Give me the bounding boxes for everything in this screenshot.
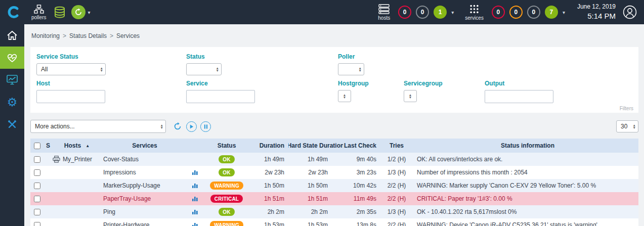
poller-select[interactable]: ▲▼ [338, 63, 364, 75]
select-arrows-icon: ▲▼ [409, 94, 412, 99]
service-link[interactable]: Printer-Hardware [103, 221, 149, 226]
services-ok-counter[interactable]: 7 [545, 6, 558, 19]
pollers-icon [34, 5, 44, 14]
pollers-menu[interactable]: pollers [31, 5, 46, 20]
services-unknown-counter[interactable]: 0 [527, 6, 540, 19]
host-input[interactable] [36, 90, 105, 103]
col-header-status[interactable]: Status [201, 142, 252, 149]
services-warning-counter[interactable]: 0 [509, 6, 523, 19]
actions-toolbar: More actions... ▲▼ 30 [30, 120, 638, 133]
service-link[interactable]: Ping [103, 208, 115, 215]
hostgroup-select[interactable]: ▲▼ [338, 90, 351, 102]
service-link[interactable]: Impressions [103, 169, 136, 176]
select-all-checkbox[interactable] [34, 143, 40, 149]
row-checkbox[interactable] [34, 196, 40, 202]
tools-icon [7, 119, 17, 129]
row-checkbox[interactable] [34, 156, 40, 163]
pollers-label: pollers [31, 15, 46, 20]
page-size-value: 30 [621, 123, 627, 130]
col-header-services[interactable]: Services [101, 142, 188, 149]
pollers-chevron-down-icon[interactable]: ▾ [88, 10, 90, 15]
refresh-controls [172, 121, 211, 132]
host-label: Host [36, 80, 186, 87]
sidebar: ⚙ [0, 24, 24, 226]
user-menu[interactable] [623, 5, 637, 19]
breadcrumb-monitoring[interactable]: Monitoring [31, 32, 60, 39]
hosts-ok-counter[interactable]: 1 [434, 6, 447, 19]
col-header-tries[interactable]: Tries [380, 142, 413, 149]
service-link[interactable]: Cover-Status [103, 156, 139, 163]
service-status-select[interactable]: All ▲▼ [36, 63, 106, 75]
services-menu[interactable]: services [465, 4, 484, 21]
col-header-hard-state-duration[interactable]: Hard State Duration [288, 142, 343, 149]
hard-state-duration-cell: 1h 50m [288, 182, 343, 189]
page-size-select[interactable]: 30 ▲▼ [616, 120, 638, 132]
hard-state-duration-cell: 2w 23h [288, 169, 343, 176]
last-check-cell: 10m 42s [343, 182, 380, 189]
breadcrumb-services[interactable]: Services [116, 32, 140, 39]
sidebar-item-monitoring[interactable] [0, 47, 24, 69]
gear-icon: ⚙ [7, 97, 18, 108]
col-header-last-check[interactable]: Last Check [343, 142, 380, 149]
status-label: Status [186, 53, 338, 60]
row-checkbox[interactable] [34, 222, 40, 226]
col-header-duration[interactable]: Duration [252, 142, 288, 149]
graph-icon[interactable] [192, 183, 198, 189]
play-icon [189, 124, 194, 129]
services-critical-counter[interactable]: 0 [492, 6, 505, 19]
table-header-row: S Hosts▲ Services Status Duration Hard S… [30, 139, 638, 153]
row-checkbox[interactable] [34, 183, 40, 189]
refresh-button[interactable] [172, 121, 183, 132]
service-input[interactable] [186, 90, 255, 103]
more-actions-select[interactable]: More actions... ▲▼ [30, 120, 166, 133]
servicegroup-select[interactable]: ▲▼ [404, 90, 417, 102]
table-row[interactable]: My_Printer Cover-Status OK 1h 49m 1h 49m… [30, 153, 638, 166]
centreon-logo[interactable] [5, 5, 22, 20]
breadcrumb-status-details[interactable]: Status Details [69, 32, 107, 39]
status-badge: CRITICAL [210, 195, 243, 203]
col-header-hosts[interactable]: Hosts▲ [53, 142, 101, 149]
hosts-unknown-counter[interactable]: 0 [416, 6, 429, 19]
services-label: services [465, 15, 484, 21]
duration-cell: 1h 51m [252, 195, 288, 202]
table-row[interactable]: Printer-Hardware WARNING 1h 53m 1h 53m 1… [30, 218, 638, 226]
col-header-severity[interactable]: S [44, 142, 53, 149]
graph-icon[interactable] [192, 209, 198, 215]
table-row[interactable]: MarkerSupply-Usage WARNING 1h 50m 1h 50m… [30, 179, 638, 192]
service-link[interactable]: PaperTray-Usage [103, 195, 151, 202]
last-check-cell: 11m 49s [343, 195, 380, 202]
output-input[interactable] [485, 90, 553, 103]
hosts-critical-counter[interactable]: 0 [398, 6, 411, 19]
host-link[interactable]: My_Printer [63, 156, 92, 163]
more-actions-value: More actions... [35, 123, 75, 130]
row-checkbox[interactable] [34, 209, 40, 215]
filters-toggle[interactable]: Filters [620, 106, 633, 111]
table-row[interactable]: Ping OK 2h 2m 2h 2m 2m 35s 1/3 (H) OK - … [30, 205, 638, 218]
status-select[interactable]: ▲▼ [186, 63, 222, 75]
filter-panel: Service Status All ▲▼ Status ▲▼ Poller [30, 47, 638, 113]
database-status[interactable] [54, 6, 65, 19]
poller-sync-icon[interactable] [71, 5, 85, 19]
select-arrows-icon: ▲▼ [633, 124, 636, 129]
graph-icon[interactable] [192, 222, 198, 226]
hard-state-duration-cell: 1h 53m [288, 221, 343, 226]
current-time: 5:14 PM [577, 11, 616, 21]
last-check-cell: 3m 23s [343, 169, 380, 176]
hosts-chevron-down-icon[interactable]: ▾ [451, 10, 454, 15]
graph-icon[interactable] [192, 169, 198, 175]
play-button[interactable] [186, 121, 197, 132]
sidebar-item-administration[interactable] [0, 113, 24, 135]
sidebar-item-reporting[interactable] [0, 69, 24, 91]
service-link[interactable]: MarkerSupply-Usage [103, 182, 160, 189]
sidebar-item-home[interactable] [0, 24, 24, 47]
pause-button[interactable] [200, 121, 211, 132]
col-header-status-information[interactable]: Status information [413, 142, 638, 149]
sidebar-item-configuration[interactable]: ⚙ [0, 91, 24, 113]
table-row[interactable]: PaperTray-Usage CRITICAL 1h 51m 1h 51m 1… [30, 192, 638, 205]
hosts-menu[interactable]: hosts [378, 4, 390, 21]
tries-cell: 2/2 (H) [380, 221, 413, 226]
graph-icon[interactable] [192, 196, 198, 202]
row-checkbox[interactable] [34, 169, 40, 176]
table-row[interactable]: Impressions OK 2w 23h 2w 23h 3m 23s 1/3 … [30, 166, 638, 179]
services-chevron-down-icon[interactable]: ▾ [563, 10, 565, 15]
